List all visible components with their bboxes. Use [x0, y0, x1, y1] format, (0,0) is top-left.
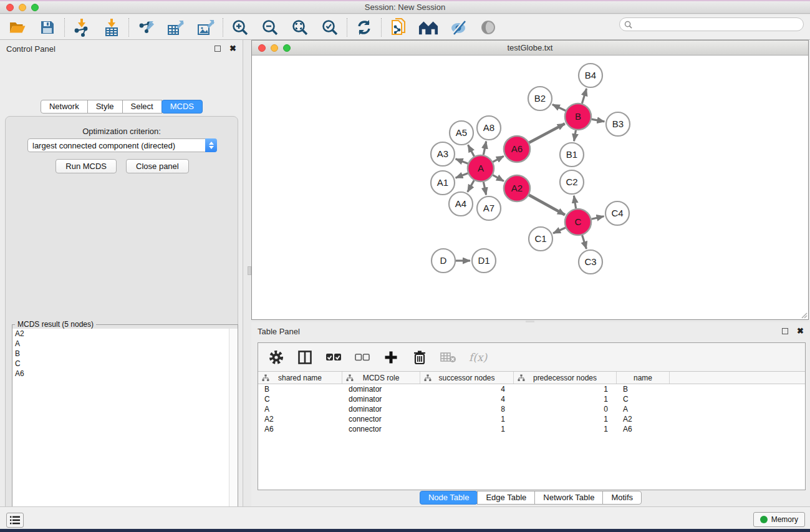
- node-A2[interactable]: A2: [504, 175, 530, 201]
- network-canvas[interactable]: AA6A2BCA1A3A4A5A7A8B1B2B3B4C1C2C3C4DD1: [252, 56, 808, 319]
- network-zoom-button[interactable]: [283, 44, 291, 52]
- result-list-item[interactable]: A: [12, 339, 238, 349]
- node-A7[interactable]: A7: [477, 196, 501, 220]
- result-list-item[interactable]: B: [12, 349, 238, 359]
- edge-A-A8[interactable]: [483, 142, 486, 155]
- node-A1[interactable]: A1: [431, 171, 455, 195]
- tab-edge-table[interactable]: Edge Table: [477, 491, 535, 505]
- float-table-panel-icon[interactable]: [782, 328, 788, 334]
- edge-A-A2[interactable]: [493, 175, 504, 181]
- edge-B-B2[interactable]: [552, 104, 566, 110]
- node-B3[interactable]: B3: [606, 112, 630, 136]
- hide-details-icon[interactable]: [448, 17, 468, 37]
- import-network-icon[interactable]: [72, 17, 92, 37]
- edge-A-A4[interactable]: [468, 180, 474, 192]
- tab-node-table[interactable]: Node Table: [420, 491, 478, 505]
- zoom-in-icon[interactable]: [230, 17, 250, 37]
- minimize-window-button[interactable]: [19, 4, 26, 11]
- show-details-icon[interactable]: [478, 17, 498, 37]
- table-row[interactable]: A6connector11A6: [258, 424, 805, 434]
- node-A4[interactable]: A4: [449, 192, 473, 216]
- close-panel-button[interactable]: Close panel: [126, 159, 189, 173]
- edge-A-A1[interactable]: [456, 173, 468, 178]
- node-B2[interactable]: B2: [528, 87, 552, 110]
- node-B1[interactable]: B1: [560, 143, 584, 167]
- edge-C-C1[interactable]: [553, 228, 566, 233]
- edge-A6-B[interactable]: [529, 123, 564, 142]
- run-mcds-button[interactable]: Run MCDS: [55, 159, 117, 173]
- toolbar-search[interactable]: [619, 17, 804, 31]
- node-C2[interactable]: C2: [560, 170, 584, 194]
- node-A5[interactable]: A5: [450, 121, 473, 145]
- network-close-button[interactable]: [258, 44, 266, 52]
- clone-network-icon[interactable]: [388, 17, 408, 37]
- export-network-icon[interactable]: [136, 17, 156, 37]
- edge-B-B1[interactable]: [574, 130, 576, 142]
- column-header-MCDS-role[interactable]: MCDS role: [342, 372, 420, 384]
- float-panel-icon[interactable]: [215, 46, 221, 52]
- import-table-icon[interactable]: [102, 17, 122, 37]
- node-A[interactable]: A: [468, 155, 494, 181]
- search-input[interactable]: [635, 19, 803, 30]
- node-B[interactable]: B: [565, 104, 591, 130]
- window-controls[interactable]: [6, 4, 39, 11]
- tab-motifs[interactable]: Motifs: [602, 491, 642, 505]
- result-list-item[interactable]: C: [12, 359, 238, 369]
- node-A3[interactable]: A3: [431, 142, 455, 166]
- delete-column-trash-icon[interactable]: [412, 349, 428, 365]
- node-C3[interactable]: C3: [579, 250, 602, 274]
- ndex-home-icon[interactable]: [418, 17, 438, 37]
- close-window-button[interactable]: [6, 4, 14, 11]
- add-column-icon[interactable]: [383, 349, 399, 365]
- edge-C-C2[interactable]: [574, 196, 576, 209]
- memory-button[interactable]: Memory: [753, 512, 805, 527]
- result-list-item[interactable]: A6: [12, 369, 238, 379]
- refresh-layout-icon[interactable]: [354, 17, 374, 37]
- table-row[interactable]: A2connector11A2: [258, 414, 805, 424]
- table-settings-gear-icon[interactable]: [268, 349, 284, 365]
- export-image-icon[interactable]: [196, 17, 216, 37]
- deselect-all-icon[interactable]: [354, 349, 370, 365]
- edge-B-B4[interactable]: [582, 89, 586, 104]
- edge-A2-C[interactable]: [529, 195, 565, 215]
- export-table-icon[interactable]: [166, 17, 186, 37]
- node-A6[interactable]: A6: [504, 136, 530, 162]
- node-C1[interactable]: C1: [529, 227, 552, 251]
- node-C4[interactable]: C4: [605, 201, 629, 225]
- tab-network-table[interactable]: Network Table: [534, 491, 603, 505]
- zoom-selected-icon[interactable]: [320, 17, 340, 37]
- network-window-titlebar[interactable]: testGlobe.txt: [252, 41, 808, 56]
- tab-network[interactable]: Network: [41, 100, 88, 114]
- network-graph[interactable]: AA6A2BCA1A3A4A5A7A8B1B2B3B4C1C2C3C4DD1: [252, 56, 808, 319]
- open-session-icon[interactable]: [7, 17, 27, 37]
- table-row[interactable]: Adominator80A: [258, 404, 805, 414]
- close-panel-icon[interactable]: ✖: [229, 46, 236, 52]
- network-minimize-button[interactable]: [271, 44, 278, 52]
- edge-B-B3[interactable]: [592, 119, 605, 122]
- select-all-icon[interactable]: [325, 349, 342, 365]
- table-row[interactable]: Cdominator41C: [258, 394, 805, 404]
- task-history-button[interactable]: [6, 513, 24, 528]
- node-C[interactable]: C: [565, 209, 591, 235]
- zoom-window-button[interactable]: [31, 4, 39, 11]
- column-header-predecessor-nodes[interactable]: predecessor nodes: [514, 372, 617, 384]
- result-list-item[interactable]: A2: [12, 329, 238, 339]
- column-header-name[interactable]: name: [617, 372, 670, 384]
- edge-A-A7[interactable]: [483, 182, 486, 195]
- result-list-scrollbar[interactable]: [229, 329, 238, 530]
- node-B4[interactable]: B4: [579, 64, 602, 87]
- column-header-successor-nodes[interactable]: successor nodes: [420, 372, 514, 384]
- tab-select[interactable]: Select: [122, 100, 162, 114]
- edge-A-A3[interactable]: [456, 159, 468, 163]
- resize-grip-icon[interactable]: [800, 311, 808, 319]
- splitter-handle[interactable]: [248, 266, 251, 275]
- mcds-result-list[interactable]: A2ABCA6: [12, 329, 238, 530]
- save-session-icon[interactable]: [37, 17, 57, 37]
- zoom-out-icon[interactable]: [260, 17, 280, 37]
- node-D[interactable]: D: [432, 249, 455, 273]
- node-D1[interactable]: D1: [472, 249, 496, 273]
- tab-mcds[interactable]: MCDS: [162, 100, 203, 114]
- show-columns-icon[interactable]: [297, 349, 313, 365]
- criterion-dropdown[interactable]: largest connected component (directed): [27, 138, 217, 152]
- edge-C-C3[interactable]: [582, 235, 587, 249]
